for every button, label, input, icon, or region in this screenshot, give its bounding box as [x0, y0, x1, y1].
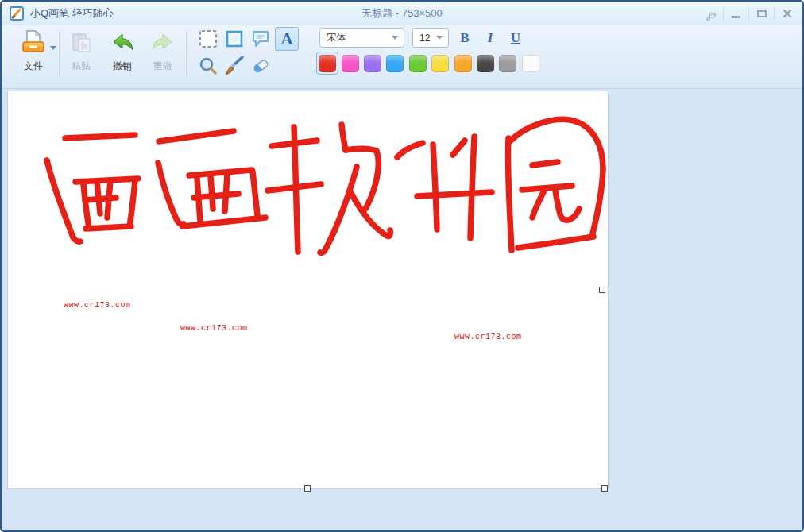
underline-button[interactable]: U [506, 29, 525, 48]
file-dropdown-arrow-icon[interactable] [50, 46, 56, 50]
chevron-down-icon [392, 36, 398, 40]
swatch [409, 55, 427, 72]
divider [186, 30, 187, 76]
resize-handle-corner[interactable] [601, 485, 608, 492]
brush-icon [223, 55, 245, 77]
maximize-icon [757, 10, 767, 17]
redo-icon[interactable] [151, 31, 175, 55]
resize-handle-bottom[interactable] [304, 485, 311, 492]
window-controls: ℘ [698, 5, 799, 22]
tool-brush[interactable] [222, 54, 246, 78]
app-window: 小Q画笔 轻巧随心 无标题 - 753×500 ℘ [0, 0, 804, 532]
minimize-icon [732, 16, 740, 18]
tool-callout[interactable] [249, 27, 273, 51]
swatch [454, 55, 472, 72]
color-swatch-yellow[interactable] [429, 52, 451, 75]
bold-button[interactable]: B [455, 29, 474, 48]
swatch [431, 55, 449, 72]
swatch [342, 55, 359, 72]
feedback-icon: ℘ [706, 6, 715, 21]
file-button[interactable]: 文件 [14, 60, 52, 73]
close-icon [783, 9, 792, 18]
color-swatch-orange[interactable] [451, 52, 474, 75]
swatch [364, 55, 381, 72]
toolbar: 文件 粘贴 撤销 重做 [2, 25, 802, 89]
swatch [386, 55, 404, 72]
close-button[interactable] [775, 5, 799, 22]
resize-handle-right[interactable] [599, 287, 605, 293]
swatch [499, 55, 516, 72]
text-tool-icon: A [280, 31, 292, 48]
swatch [477, 55, 494, 72]
file-icon[interactable] [20, 29, 47, 56]
font-size-value: 12 [413, 33, 436, 44]
font-size-select[interactable]: 12 [412, 28, 449, 48]
color-swatch-red[interactable] [316, 52, 338, 75]
color-palette [316, 52, 542, 75]
document-title: 无标题 - 753×500 [2, 2, 802, 25]
undo-icon[interactable] [110, 31, 134, 55]
swatch [522, 55, 539, 72]
titlebar: 小Q画笔 轻巧随心 无标题 - 753×500 ℘ [2, 2, 802, 25]
callout-icon [250, 29, 271, 49]
maximize-button[interactable] [749, 5, 774, 22]
redo-button[interactable]: 重做 [144, 60, 182, 73]
canvas-drawing [8, 91, 608, 488]
eraser-icon [250, 56, 271, 76]
undo-button[interactable]: 撤销 [103, 60, 141, 73]
minimize-button[interactable] [724, 5, 748, 22]
color-swatch-dark-gray[interactable] [474, 52, 497, 75]
tool-rectangle[interactable] [222, 27, 246, 51]
swatch [319, 55, 336, 72]
drawing-canvas[interactable]: www.cr173.com www.cr173.com www.cr173.co… [8, 91, 608, 488]
divider [59, 30, 60, 76]
color-swatch-magenta[interactable] [338, 52, 361, 75]
magnifier-icon [198, 56, 218, 76]
tool-text[interactable]: A [275, 27, 299, 51]
tool-eraser[interactable] [249, 54, 273, 78]
rectangle-icon [224, 29, 245, 49]
font-family-select[interactable]: 宋体 [319, 28, 404, 48]
italic-button[interactable]: I [481, 29, 500, 48]
color-swatch-purple[interactable] [361, 52, 384, 75]
watermark: www.cr173.com [64, 301, 131, 310]
color-swatch-white[interactable] [520, 52, 542, 75]
paste-button[interactable]: 粘贴 [62, 60, 100, 73]
color-swatch-green[interactable] [407, 52, 429, 75]
color-swatch-blue[interactable] [384, 52, 406, 75]
marquee-icon [198, 29, 218, 49]
chevron-down-icon [436, 36, 443, 40]
paste-icon[interactable] [69, 31, 93, 55]
tool-marquee-select[interactable] [196, 27, 220, 51]
watermark: www.cr173.com [454, 333, 522, 341]
font-family-value: 宋体 [320, 31, 392, 44]
tool-zoom[interactable] [196, 54, 220, 78]
feedback-button[interactable]: ℘ [698, 5, 723, 22]
color-swatch-gray[interactable] [497, 52, 519, 75]
watermark: www.cr173.com [180, 324, 248, 333]
